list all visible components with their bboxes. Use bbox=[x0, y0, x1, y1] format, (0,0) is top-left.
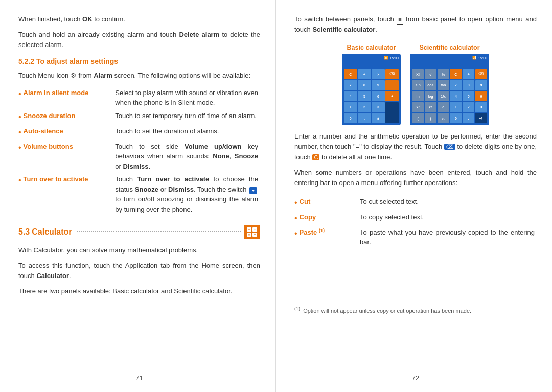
right-column: To switch between panels, touch ≡ from b… bbox=[276, 0, 552, 392]
sci-dot[interactable]: . bbox=[463, 113, 474, 123]
sci-calc-grid: X! √ % C ÷ ⌫ sin cos tan 7 8 9 In log bbox=[412, 69, 487, 123]
page: When finished, touch OK to confirm. Touc… bbox=[0, 0, 552, 392]
basic-calculator-container: Basic calculator 📶15:00 C ÷ × ⌫ 7 8 9 bbox=[342, 44, 401, 125]
section-53-para1: With Calculator, you can solve many math… bbox=[18, 245, 260, 256]
sci-e[interactable]: e bbox=[438, 102, 449, 112]
sci-del[interactable]: ⌫ bbox=[475, 69, 487, 79]
sci-cos[interactable]: cos bbox=[425, 80, 436, 90]
section-53-para2: To access this function, touch the Appli… bbox=[18, 261, 260, 281]
sci-plusminus[interactable]: +/- bbox=[475, 113, 487, 123]
sci-c[interactable]: C bbox=[450, 69, 462, 79]
btn-div[interactable]: ÷ bbox=[358, 69, 371, 79]
bullet-turn-over: • Turn over to activate Touch Turn over … bbox=[18, 173, 260, 216]
basic-calc-screen: 📶15:00 C ÷ × ⌫ 7 8 9 − 4 5 6 bbox=[342, 54, 401, 125]
section-522-heading: 5.2.2 To adjust alarm settings bbox=[18, 57, 260, 65]
sci-3[interactable]: 3 bbox=[475, 102, 487, 112]
dotted-line bbox=[77, 231, 241, 232]
sci-lparen[interactable]: ( bbox=[412, 113, 424, 123]
section-53-para3: There are two panels available: Basic ca… bbox=[18, 286, 260, 296]
section-53-row: 5.3 Calculator + - × = bbox=[18, 225, 260, 239]
sci-4[interactable]: 4 bbox=[450, 91, 462, 101]
btn-1[interactable]: 1 bbox=[344, 102, 357, 112]
sci-8[interactable]: 8 bbox=[463, 80, 474, 90]
btn-0[interactable]: 0 bbox=[344, 113, 357, 123]
sci-status-bar: 📶15:00 bbox=[412, 56, 487, 60]
enter-number-para: Enter a number and the arithmetic operat… bbox=[294, 131, 537, 162]
para-ok-confirm: When finished, touch OK to confirm. bbox=[18, 14, 260, 25]
sci-div[interactable]: ÷ bbox=[463, 69, 474, 79]
btn-8[interactable]: 8 bbox=[358, 80, 371, 90]
btn-equals[interactable]: = bbox=[385, 102, 399, 124]
bullet-cut: • Cut To cut selected text. bbox=[294, 195, 537, 211]
scientific-calculator-container: Scientific calculator 📶15:00 X! √ % C ÷ … bbox=[410, 44, 489, 125]
btn-c[interactable]: C bbox=[344, 69, 357, 79]
calculator-icon: + - × = bbox=[244, 225, 260, 239]
btn-3[interactable]: 3 bbox=[372, 102, 385, 112]
sci-9[interactable]: 9 bbox=[475, 80, 487, 90]
section-522-intro: Touch Menu icon ⚙ from Alarm screen. The… bbox=[18, 71, 260, 81]
delete-icon-inline: ⌫ bbox=[444, 144, 455, 150]
btn-7[interactable]: 7 bbox=[344, 80, 357, 90]
footnote: (1) Option will not appear unless copy o… bbox=[294, 306, 537, 315]
page-number-left: 71 bbox=[18, 369, 260, 382]
bullet-copy: • Copy To copy selected text. bbox=[294, 211, 537, 226]
btn-del[interactable]: ⌫ bbox=[385, 69, 399, 79]
sci-x-fact[interactable]: X! bbox=[412, 69, 424, 79]
menu-icon: ≡ bbox=[397, 15, 403, 25]
bullet-volume-buttons: • Volume buttons Touch to set side Volum… bbox=[18, 140, 260, 173]
sci-calc-display bbox=[412, 61, 487, 68]
switch-panels-para: To switch between panels, touch ≡ from b… bbox=[294, 14, 537, 35]
sci-xy[interactable]: xʸ bbox=[425, 102, 436, 112]
btn-2[interactable]: 2 bbox=[358, 102, 371, 112]
basic-calc-label: Basic calculator bbox=[347, 44, 396, 51]
sci-7[interactable]: 7 bbox=[450, 80, 462, 90]
sci-sqrt[interactable]: √ bbox=[425, 69, 436, 79]
sci-ln[interactable]: In bbox=[412, 91, 424, 101]
sci-x2[interactable]: x² bbox=[412, 102, 424, 112]
para-delete-alarm: Touch and hold an already existing alarm… bbox=[18, 30, 260, 50]
sci-6[interactable]: 6 bbox=[475, 91, 487, 101]
sci-1[interactable]: 1 bbox=[450, 102, 462, 112]
sci-pct[interactable]: % bbox=[438, 69, 449, 79]
bullet-auto-silence: • Auto-silence Touch to set the duration… bbox=[18, 125, 260, 140]
page-number-right: 72 bbox=[294, 369, 537, 382]
sci-tan[interactable]: tan bbox=[438, 80, 449, 90]
btn-minus[interactable]: − bbox=[385, 80, 399, 90]
sci-sin[interactable]: sin bbox=[412, 80, 424, 90]
section-53-title: Calculator bbox=[32, 227, 72, 237]
clear-icon-inline: C bbox=[312, 154, 319, 160]
sci-1x[interactable]: 1/x bbox=[438, 91, 449, 101]
btn-5[interactable]: 5 bbox=[358, 91, 371, 101]
sci-pi[interactable]: π bbox=[438, 113, 449, 123]
bullet-snooze-duration: • Snooze duration Touch to set temporary… bbox=[18, 109, 260, 125]
footnote-area: (1) Option will not appear unless copy o… bbox=[294, 302, 537, 320]
bullets-table: • Alarm in silent mode Select to play al… bbox=[18, 86, 260, 216]
basic-calc-grid: C ÷ × ⌫ 7 8 9 − 4 5 6 + 1 2 3 bbox=[344, 69, 399, 123]
left-column: When finished, touch OK to confirm. Touc… bbox=[0, 0, 276, 392]
basic-calc-display bbox=[344, 61, 399, 68]
right-bullets: • Cut To cut selected text. • Copy To co… bbox=[294, 195, 537, 253]
sci-rparen[interactable]: ) bbox=[425, 113, 436, 123]
sci-log[interactable]: log bbox=[425, 91, 436, 101]
sci-0[interactable]: 0 bbox=[450, 113, 462, 123]
btn-9[interactable]: 9 bbox=[372, 80, 385, 90]
basic-status-bar: 📶15:00 bbox=[344, 56, 399, 60]
bullet-alarm-silent: • Alarm in silent mode Select to play al… bbox=[18, 86, 260, 109]
btn-plusminus[interactable]: ± bbox=[372, 113, 385, 123]
section-53-number: 5.3 bbox=[18, 227, 30, 237]
btn-dot[interactable]: . bbox=[358, 113, 371, 123]
touch-hold-para: When some numbers or operations have bee… bbox=[294, 168, 537, 188]
sci-calc-label: Scientific calculator bbox=[419, 44, 479, 51]
sci-5[interactable]: 5 bbox=[463, 91, 474, 101]
sci-calc-screen: 📶15:00 X! √ % C ÷ ⌫ sin cos tan 7 bbox=[410, 54, 489, 125]
calculator-images-row: Basic calculator 📶15:00 C ÷ × ⌫ 7 8 9 bbox=[294, 44, 537, 125]
btn-plus[interactable]: + bbox=[385, 91, 399, 101]
btn-6[interactable]: 6 bbox=[372, 91, 385, 101]
bullet-paste: • Paste (1) To paste what you have previ… bbox=[294, 226, 537, 249]
sci-2[interactable]: 2 bbox=[463, 102, 474, 112]
btn-mul[interactable]: × bbox=[372, 69, 385, 79]
btn-4[interactable]: 4 bbox=[344, 91, 357, 101]
